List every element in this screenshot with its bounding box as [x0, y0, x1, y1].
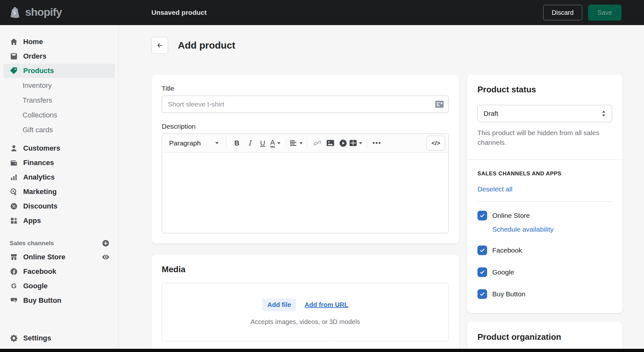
title-label: Title	[162, 85, 449, 92]
description-label: Description	[162, 123, 449, 130]
channel-row-buy-button: Buy Button	[477, 289, 612, 299]
add-sales-channel-icon[interactable]	[101, 239, 110, 247]
sidebar-item-products[interactable]: Products	[3, 64, 115, 78]
discard-button[interactable]: Discard	[543, 5, 582, 20]
autofill-card-icon[interactable]	[435, 101, 444, 108]
description-editor-area[interactable]	[162, 153, 448, 233]
sidebar-item-label: Marketing	[23, 188, 57, 196]
channel-row-facebook: Facebook	[477, 245, 612, 255]
sidebar-item-home[interactable]: Home	[3, 35, 115, 49]
insert-table-button[interactable]	[350, 137, 362, 150]
sidebar-item-label: Customers	[23, 144, 60, 153]
paragraph-style-dropdown[interactable]: Paragraph	[168, 139, 222, 147]
sidebar-item-apps[interactable]: Apps	[3, 214, 115, 228]
channel-row-online-store: Online Store	[477, 211, 612, 220]
sidebar-item-settings[interactable]: Settings	[3, 331, 115, 345]
chevron-down-icon	[299, 142, 303, 144]
toolbar-divider	[366, 138, 367, 148]
products-tag-icon	[10, 67, 18, 75]
italic-button[interactable]: I	[243, 137, 256, 150]
buy-button-checkbox[interactable]	[477, 289, 487, 299]
shopify-wordmark: shopify	[25, 6, 62, 19]
customers-icon	[10, 144, 18, 153]
wallet-icon	[10, 159, 18, 167]
sidebar-item-gift-cards[interactable]: Gift cards	[3, 123, 115, 137]
product-status-card: Product status Draft This product will b…	[467, 74, 622, 313]
link-icon	[313, 139, 321, 147]
product-details-card: Title Description Paragraph	[151, 74, 459, 244]
divider	[477, 201, 612, 202]
sidebar-item-discounts[interactable]: Discounts	[3, 199, 115, 213]
home-icon	[10, 38, 18, 46]
alignment-button[interactable]	[290, 137, 303, 150]
google-checkbox[interactable]	[477, 267, 487, 277]
status-select[interactable]: Draft	[477, 105, 612, 122]
sidebar-item-label: Home	[23, 38, 43, 46]
facebook-checkbox[interactable]	[477, 245, 487, 255]
sidebar-item-marketing[interactable]: Marketing	[3, 185, 115, 199]
sales-channels-header: Sales channels	[3, 239, 115, 247]
sidebar-item-inventory[interactable]: Inventory	[3, 78, 115, 93]
bold-button[interactable]: B	[230, 137, 243, 150]
shopify-logo[interactable]: shopify	[0, 6, 119, 19]
sidebar-item-label: Apps	[23, 217, 41, 225]
insert-link-button[interactable]	[311, 137, 324, 150]
sidebar-item-label: Buy Button	[23, 296, 62, 305]
channel-row-google: Google	[477, 267, 612, 277]
title-input[interactable]	[162, 96, 449, 113]
insert-video-button[interactable]	[337, 137, 350, 150]
add-from-url-link[interactable]: Add from URL	[304, 301, 348, 309]
sidebar-item-analytics[interactable]: Analytics	[3, 170, 115, 184]
sidebar-item-facebook[interactable]: Facebook	[3, 264, 115, 279]
page-header: Add product	[151, 37, 644, 54]
select-updown-icon	[600, 110, 607, 117]
storefront-icon	[10, 253, 18, 261]
sidebar-item-online-store[interactable]: Online Store	[3, 250, 115, 264]
more-formatting-button[interactable]: •••	[370, 137, 383, 150]
sidebar-item-orders[interactable]: Orders	[3, 49, 115, 63]
channel-label: Online Store	[492, 212, 530, 219]
google-icon: G	[10, 282, 18, 290]
checkmark-icon	[479, 213, 485, 218]
show-html-button[interactable]: </>	[427, 136, 445, 151]
sidebar-item-collections[interactable]: Collections	[3, 108, 115, 122]
insert-image-button[interactable]	[324, 137, 337, 150]
add-file-button[interactable]: Add file	[262, 299, 296, 311]
underline-button[interactable]: U	[256, 137, 269, 150]
align-icon	[290, 140, 297, 146]
sidebar-item-label: Finances	[23, 159, 54, 167]
orders-icon	[10, 52, 18, 60]
checkmark-icon	[479, 269, 485, 275]
text-color-button[interactable]: A	[269, 137, 282, 150]
marketing-target-icon	[10, 188, 18, 196]
chevron-down-icon	[277, 142, 281, 144]
sidebar-item-customers[interactable]: Customers	[3, 141, 115, 155]
discounts-icon	[10, 202, 18, 210]
play-icon	[339, 139, 347, 147]
view-store-eye-icon[interactable]	[101, 253, 110, 261]
analytics-bars-icon	[10, 173, 18, 181]
status-helper-text: This product will be hidden from all sal…	[477, 128, 612, 148]
channel-label: Buy Button	[492, 290, 525, 298]
sidebar-item-finances[interactable]: Finances	[3, 156, 115, 170]
toolbar-divider	[286, 138, 286, 148]
sidebar-item-label: Orders	[23, 52, 46, 60]
schedule-availability-link[interactable]: Schedule availability	[492, 226, 553, 233]
online-store-checkbox[interactable]	[477, 211, 487, 220]
product-organization-card: Product organization Type	[467, 322, 622, 352]
page-title: Add product	[178, 40, 235, 51]
table-icon	[350, 140, 357, 146]
apps-grid-icon	[10, 217, 18, 225]
back-button[interactable]	[151, 37, 168, 54]
chevron-down-icon	[359, 142, 362, 144]
sidebar-item-transfers[interactable]: Transfers	[3, 93, 115, 107]
media-dropzone[interactable]: Add file Add from URL Accepts images, vi…	[162, 283, 449, 341]
sidebar-item-google[interactable]: G Google	[3, 279, 115, 293]
facebook-icon	[10, 267, 18, 276]
checkmark-icon	[479, 247, 485, 253]
sidebar-item-buy-button[interactable]: Buy Button	[3, 293, 115, 308]
deselect-all-link[interactable]: Deselect all	[477, 185, 513, 193]
sidebar-nav: Home Orders Products Inventory Transfers…	[0, 25, 119, 352]
save-button[interactable]: Save	[588, 5, 621, 21]
media-title: Media	[162, 264, 449, 274]
